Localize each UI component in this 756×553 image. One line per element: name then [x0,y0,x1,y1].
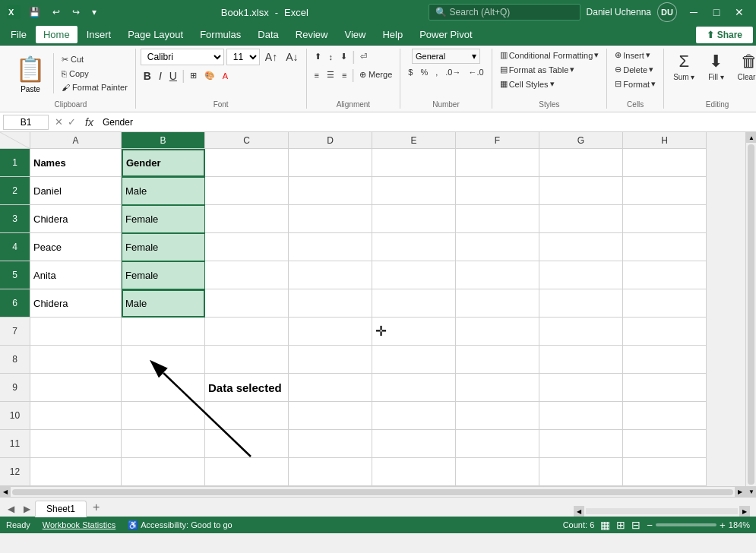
row-header-7[interactable]: 7 [0,318,30,346]
scroll-sheets-left[interactable]: ◀ [3,501,19,517]
cell-G1[interactable] [539,149,623,177]
cell-H3[interactable] [623,205,707,233]
cell-H7[interactable] [623,318,707,346]
wrap-text-button[interactable]: ⏎ [357,50,370,63]
italic-button[interactable]: I [156,68,165,84]
menu-formulas[interactable]: Formulas [192,26,248,43]
menu-page-layout[interactable]: Page Layout [120,26,191,43]
row-header-1[interactable]: 1 [0,149,30,177]
scroll-right-button[interactable]: ▶ [735,487,745,498]
track-right[interactable]: ▶ [739,506,750,517]
cell-G9[interactable] [539,374,623,402]
cell-C9[interactable]: Data selected [205,374,289,402]
zoom-level[interactable]: 184% [729,520,750,529]
cut-button[interactable]: ✂ Cut [59,53,131,66]
cell-F2[interactable] [456,177,539,205]
cell-A8[interactable] [30,346,122,374]
menu-help[interactable]: Help [375,26,410,43]
cell-D10[interactable] [289,402,372,430]
cell-A1[interactable]: Names [30,149,122,177]
format-as-table-button[interactable]: ▤ Format as Table ▾ [497,63,603,76]
cell-styles-dropdown[interactable]: ▾ [550,79,555,89]
cell-A11[interactable] [30,430,122,458]
vertical-scrollbar[interactable]: ▲ ▼ [745,132,756,497]
cell-A10[interactable] [30,402,122,430]
menu-home[interactable]: Home [36,26,77,43]
col-header-C[interactable]: C [205,132,289,149]
clear-button[interactable]: 🗑 Clear ▾ [732,49,756,84]
cell-F1[interactable] [456,149,539,177]
cell-E9[interactable] [372,374,456,402]
cell-D2[interactable] [289,177,372,205]
cell-H1[interactable] [623,149,707,177]
cell-G6[interactable] [539,289,623,318]
align-right-button[interactable]: ≡ [339,69,350,81]
col-header-E[interactable]: E [372,132,456,149]
row-header-5[interactable]: 5 [0,261,30,289]
zoom-out-button[interactable]: − [647,520,653,531]
cell-H10[interactable] [623,402,707,430]
comma-button[interactable]: , [432,66,441,78]
cell-A2[interactable]: Daniel [30,177,122,205]
menu-view[interactable]: View [337,26,373,43]
close-button[interactable]: ✕ [729,2,750,23]
cell-B3[interactable]: Female [122,205,205,233]
cell-ref-input[interactable] [3,115,49,130]
conditional-formatting-button[interactable]: ▥ Conditional Formatting ▾ [497,49,603,62]
cell-H9[interactable] [623,374,707,402]
cell-H5[interactable] [623,261,707,289]
col-header-D[interactable]: D [289,132,372,149]
sum-button[interactable]: Σ Sum ▾ [669,49,699,84]
cell-H4[interactable] [623,233,707,261]
cell-D11[interactable] [289,430,372,458]
save-button[interactable]: 💾 [24,4,45,21]
insert-cells-button[interactable]: ⊕ Insert ▾ [612,49,659,62]
cell-F12[interactable] [456,458,539,486]
search-input[interactable] [450,7,564,17]
cell-B10[interactable] [122,402,205,430]
maximize-button[interactable]: □ [706,2,727,23]
cell-F4[interactable] [456,233,539,261]
user-avatar[interactable]: DU [657,2,677,22]
workbook-stats-button[interactable]: Workbook Statistics [43,520,115,529]
cell-B12[interactable] [122,458,205,486]
col-header-H[interactable]: H [623,132,707,149]
format-table-dropdown[interactable]: ▾ [570,65,574,74]
cell-G10[interactable] [539,402,623,430]
cell-D9[interactable] [289,374,372,402]
cell-H11[interactable] [623,430,707,458]
cell-E1[interactable] [372,149,456,177]
cell-E3[interactable] [372,205,456,233]
fill-color-button[interactable]: 🎨 [201,69,218,82]
cell-D4[interactable] [289,233,372,261]
cell-C7[interactable] [205,318,289,346]
row-header-6[interactable]: 6 [0,289,30,318]
cell-B6[interactable]: Male [122,289,205,318]
merge-button[interactable]: ⊕ Merge [356,68,395,81]
cell-C12[interactable] [205,458,289,486]
scroll-down-button[interactable]: ▼ [746,486,756,497]
col-header-F[interactable]: F [456,132,539,149]
col-header-B[interactable]: B [122,132,205,149]
scroll-left-button[interactable]: ◀ [0,487,11,498]
menu-data[interactable]: Data [250,26,286,43]
cell-B5[interactable]: Female [122,261,205,289]
font-color-button[interactable]: A [220,70,231,82]
format-painter-button[interactable]: 🖌 Format Painter [59,81,131,93]
sheet-tab-sheet1[interactable]: Sheet1 [35,501,87,517]
cell-H12[interactable] [623,458,707,486]
horizontal-scrollbar[interactable]: ◀ ▶ [0,486,745,497]
cell-B1[interactable]: Gender [122,149,205,177]
cell-E5[interactable] [372,261,456,289]
add-sheet-button[interactable]: + [87,498,106,517]
track-middle[interactable] [586,508,738,514]
cancel-icon[interactable]: ✕ [55,116,63,128]
underline-button[interactable]: U [166,68,180,84]
cell-C6[interactable] [205,289,289,318]
cell-D8[interactable] [289,346,372,374]
cell-C2[interactable] [205,177,289,205]
cell-F6[interactable] [456,289,539,318]
fill-button[interactable]: ⬇ Fill ▾ [701,49,731,84]
cell-B2[interactable]: Male [122,177,205,205]
cell-E7[interactable]: ✛ [372,318,456,346]
